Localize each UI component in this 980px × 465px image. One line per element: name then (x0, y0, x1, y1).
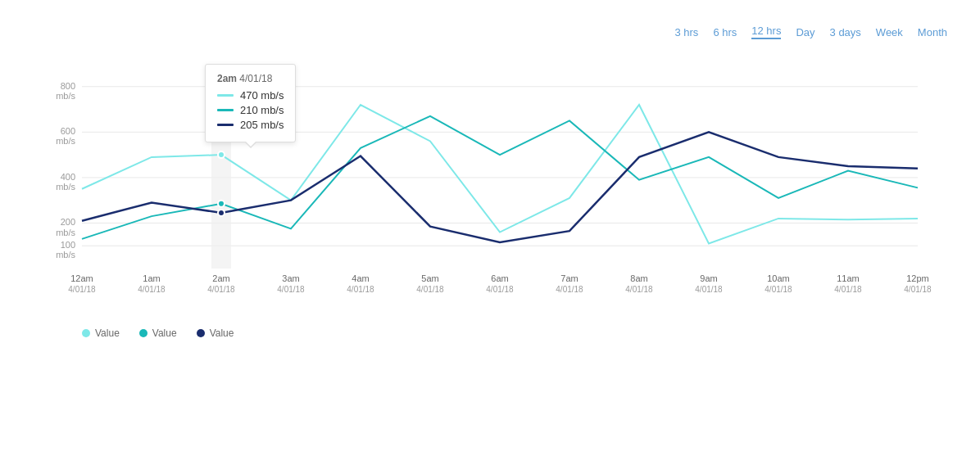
y-axis-label: 200mb/s (56, 217, 75, 237)
x-axis-sublabel: 4/01/18 (416, 285, 444, 294)
x-axis-label: 2am (212, 273, 229, 283)
time-filters: 3 hrs6 hrs12 hrsDay3 daysWeekMonth (674, 25, 947, 39)
x-axis-label: 3am (282, 273, 299, 283)
time-filter-3-days[interactable]: 3 days (830, 26, 861, 38)
legend-dot (139, 329, 147, 337)
legend-dot (82, 329, 90, 337)
chart-header: 3 hrs6 hrs12 hrsDay3 daysWeekMonth (33, 25, 947, 39)
svg-rect-5 (211, 64, 231, 269)
x-axis-sublabel: 4/01/18 (625, 285, 653, 294)
y-axis-label: 400mb/s (56, 172, 75, 192)
x-axis-label: 11am (837, 273, 860, 283)
x-axis-label: 8am (630, 273, 647, 283)
x-axis-label: 5am (421, 273, 438, 283)
chart-svg: 800mb/s600mb/s400mb/s200mb/s100mb/s12am4… (33, 56, 934, 318)
series-line-2 (82, 132, 918, 242)
y-axis-label: 100mb/s (56, 240, 75, 260)
x-axis-label: 10am (767, 273, 790, 283)
time-filter-day[interactable]: Day (796, 26, 814, 38)
x-axis-sublabel: 4/01/18 (347, 285, 374, 294)
legend-label: Value (152, 327, 177, 339)
x-axis-label: 7am (560, 273, 578, 283)
x-axis-sublabel: 4/01/18 (486, 285, 514, 294)
legend-dot (197, 329, 205, 337)
legend-item-1: Value (139, 327, 177, 339)
legend-item-0: Value (82, 327, 120, 339)
legend-label: Value (95, 327, 120, 339)
x-axis-label: 4am (352, 273, 369, 283)
x-axis-sublabel: 4/01/18 (764, 285, 792, 294)
x-axis-sublabel: 4/01/18 (834, 285, 862, 294)
legend-item-2: Value (197, 327, 234, 339)
chart-area: 800mb/s600mb/s400mb/s200mb/s100mb/s12am4… (33, 56, 947, 321)
y-axis-label: 600mb/s (56, 126, 75, 146)
x-axis-sublabel: 4/01/18 (556, 285, 583, 294)
time-filter-3-hrs[interactable]: 3 hrs (674, 26, 698, 38)
legend-label: Value (210, 327, 234, 339)
x-axis-label: 1am (143, 273, 160, 283)
x-axis-label: 6am (491, 273, 508, 283)
hover-dot-0 (218, 151, 225, 158)
time-filter-week[interactable]: Week (876, 26, 903, 38)
time-filter-6-hrs[interactable]: 6 hrs (713, 26, 737, 38)
time-filter-month[interactable]: Month (918, 26, 947, 38)
hover-dot-1 (218, 201, 225, 207)
y-axis-label: 800mb/s (56, 81, 75, 101)
x-axis-sublabel: 4/01/18 (277, 285, 305, 294)
x-axis-label: 12am (70, 273, 93, 283)
x-axis-sublabel: 4/01/18 (138, 285, 166, 294)
chart-container: 3 hrs6 hrs12 hrsDay3 daysWeekMonth 800mb… (0, 0, 980, 465)
hover-dot-2 (218, 210, 225, 216)
time-filter-12-hrs[interactable]: 12 hrs (751, 25, 781, 39)
x-axis-sublabel: 4/01/18 (68, 285, 96, 294)
x-axis-label: 12pm (906, 273, 929, 283)
x-axis-label: 9am (700, 273, 717, 283)
chart-legend: ValueValueValue (82, 327, 947, 339)
x-axis-sublabel: 4/01/18 (904, 285, 932, 294)
x-axis-sublabel: 4/01/18 (207, 285, 235, 294)
x-axis-sublabel: 4/01/18 (695, 285, 723, 294)
